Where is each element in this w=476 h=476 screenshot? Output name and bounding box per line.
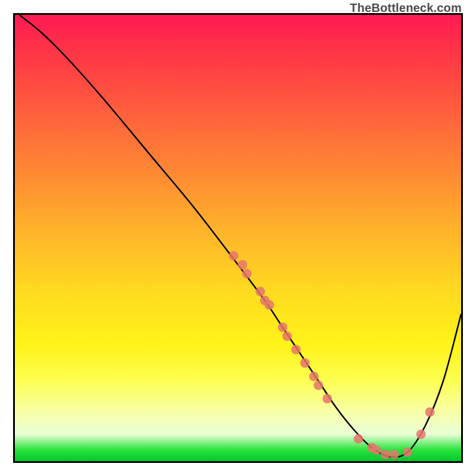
marker-point: [322, 394, 332, 403]
chart-svg: [15, 15, 461, 461]
marker-point: [292, 345, 301, 355]
marker-point: [372, 445, 381, 455]
bottleneck-curve: [20, 15, 462, 457]
marker-point: [354, 434, 364, 444]
highlight-markers: [229, 251, 435, 459]
marker-point: [309, 372, 319, 381]
marker-point: [238, 260, 248, 270]
marker-point: [242, 269, 252, 278]
chart-container: TheBottleneck.com: [0, 0, 476, 476]
marker-point: [229, 251, 239, 261]
marker-point: [403, 447, 412, 457]
marker-point: [278, 322, 287, 332]
marker-point: [283, 331, 292, 341]
marker-point: [300, 358, 310, 368]
marker-point: [265, 300, 274, 310]
marker-point: [390, 450, 399, 459]
marker-point: [425, 408, 435, 417]
marker-point: [314, 381, 323, 390]
marker-point: [381, 450, 390, 459]
plot-area: [13, 13, 463, 463]
marker-point: [256, 287, 265, 296]
marker-point: [416, 430, 426, 439]
